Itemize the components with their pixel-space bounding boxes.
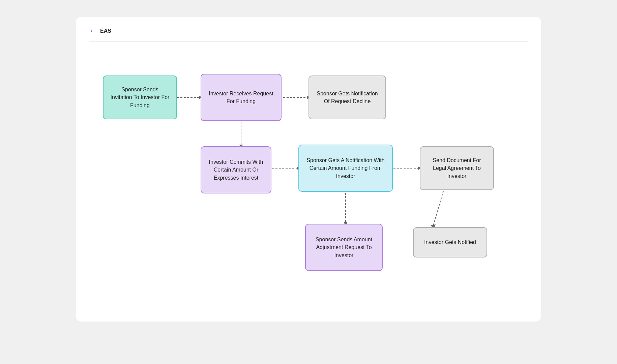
node-investor-commits: Investor Commits With Certain Amount Or …	[201, 146, 271, 193]
diagram-area: Sponsor Sends Invitation To Investor For…	[89, 55, 528, 308]
main-card: ← EAS	[76, 17, 541, 322]
svg-line-12	[433, 191, 443, 225]
node-send-document: Send Document For Legal Agreement To Inv…	[420, 146, 494, 190]
page-title: EAS	[100, 28, 111, 34]
node-sponsor-notification: Sponsor Gets A Notification With Certain…	[298, 145, 393, 192]
page-container: ← EAS	[0, 0, 617, 364]
node-sponsor-adjustment: Sponsor Sends Amount Adjustment Request …	[305, 224, 383, 271]
back-button[interactable]: ←	[89, 27, 96, 35]
header: ← EAS	[89, 27, 528, 42]
node-investor-notified: Investor Gets Notified	[413, 227, 487, 257]
node-investor-receives: Investor Receives Request For Funding	[201, 74, 282, 121]
node-sponsor-decline: Sponsor Gets Notification Of Request Dec…	[308, 75, 386, 119]
node-sponsor-invitation: Sponsor Sends Invitation To Investor For…	[103, 75, 177, 119]
